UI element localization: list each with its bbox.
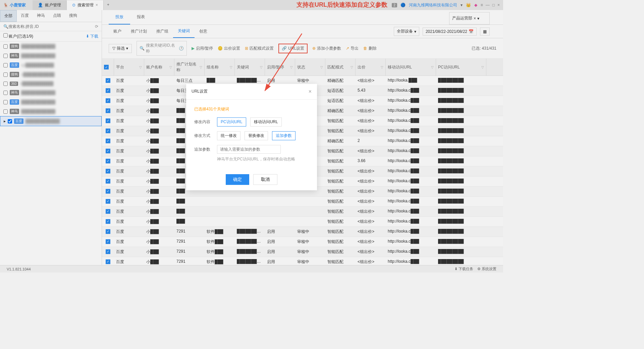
method-label: 修改方式 — [194, 133, 213, 139]
selection-hint: 已选择431个关键词 — [194, 106, 309, 112]
pc-url-option[interactable]: PC访问URL — [217, 117, 246, 127]
url-settings-dialog: URL设置 × 已选择431个关键词 修改内容 PC访问URL 移动访问URL … — [186, 84, 317, 190]
cancel-button[interactable]: 取消 — [253, 174, 277, 185]
param-label: 追加参数 — [194, 147, 213, 152]
content-label: 修改内容 — [194, 119, 213, 125]
ok-button[interactable]: 确定 — [226, 174, 249, 185]
param-input[interactable] — [217, 145, 281, 154]
close-icon[interactable]: × — [309, 89, 312, 95]
replace-modify-option[interactable]: 替换修改 — [245, 131, 268, 140]
append-param-option[interactable]: 追加参数 — [272, 131, 296, 140]
shenma-note: 神马平台无PC访问URL，保存时将自动忽略 — [217, 156, 309, 162]
mobile-url-option[interactable]: 移动访问URL — [250, 117, 282, 127]
modal-overlay: URL设置 × 已选择431个关键词 修改内容 PC访问URL 移动访问URL … — [0, 0, 503, 272]
dialog-title: URL设置 — [192, 89, 208, 95]
unified-modify-option[interactable]: 统一修改 — [217, 131, 240, 140]
